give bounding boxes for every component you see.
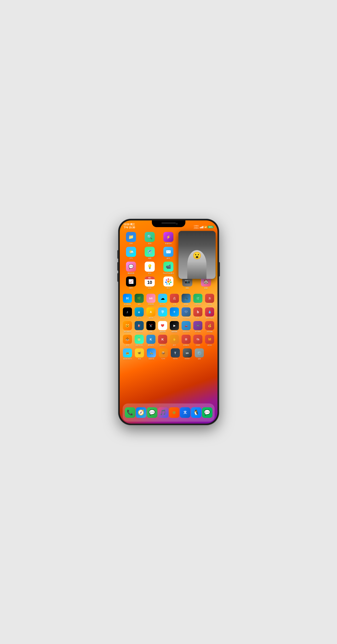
phone-screen: 11/10 周三 下午 15:30 ↑1KB/s ↓0KB/s 📶 [120,220,218,424]
dock-app-mi[interactable]: ✳️ [168,407,180,418]
dock-app-wechat[interactable]: 💬 [202,407,213,418]
app-mail[interactable]: ✉️ 邮件 [162,247,174,260]
dock-app-phone[interactable]: 📞 [124,407,136,418]
app-kuwo[interactable]: K 酷我音乐 [157,335,168,346]
network-speed: ↑1KB/s ↓0KB/s [193,225,198,229]
app-meituan[interactable]: 🦋 美团 [134,348,145,360]
apps-row-5: H 家居极速版 🌿 谜塔 bili 哔哩哔哩 ☁ 彩云天气 [122,294,216,306]
home-screen: 11/10 周三 下午 15:30 ↑1KB/s ↓0KB/s 📶 [120,220,218,424]
app-bilibili[interactable]: bili 哔哩哔哩 [146,294,156,306]
app-mita[interactable]: 🌿 谜塔 [134,294,144,306]
phone-device: 11/10 周三 下午 15:30 ↑1KB/s ↓0KB/s 📶 [118,219,219,425]
app-calendar[interactable]: 周三 10 日历 [144,276,156,290]
app-english-listening[interactable]: 📻 扇贝英语听力 [122,348,133,360]
app-screen-recorder[interactable]: ⊞ 录屏幕壳 [181,335,191,346]
app-meituan-delivery[interactable]: 🛵 美团外卖 [146,348,157,360]
app-maidan[interactable]: 🛍 买单吧 [192,335,203,346]
app-traffic12123[interactable]: 🚗 交管12123 [181,321,191,333]
app-caiyun[interactable]: ☁ 彩云天气 [157,294,168,306]
app-maps[interactable]: 🗺️ 地图 [144,247,156,260]
app-jd-hot[interactable]: 东 东京热 [204,294,215,306]
app-facetime[interactable]: 📹 FaceTime通话 [162,262,174,274]
app-health-video[interactable]: ▶ 健康视频 [169,321,180,333]
app-capcut[interactable]: ✂️ 剪映 [146,321,156,333]
svg-point-4 [168,283,170,284]
status-clock: 下午 15:30 [124,226,135,229]
wifi-icon: 📶 [204,226,207,228]
svg-point-5 [166,283,168,284]
app-uncover[interactable]: uo unc0ver [182,348,192,360]
app-weather[interactable]: 🌤️ 天气 [125,247,137,260]
video-content: 《一支烟》 加长版 😮 [178,231,216,279]
apps-row-7: 🐱 加菲漫影院 ⛽ 加油中石化 ✂️ 剪映 ❤️ 健康理康 [122,321,216,333]
status-right: ↑1KB/s ↓0KB/s 📶 66% [193,225,214,229]
svg-point-7 [166,279,167,281]
app-jiaju[interactable]: H 家居极速版 [122,294,133,306]
app-stocks[interactable]: 📈 股市 [125,276,137,290]
status-date: 11/10 周三 [124,223,135,226]
apps-row-6: ♪ 抖音 e 饿了么 A 懂车帝 字 翻译器 [122,308,216,319]
app-taurine[interactable]: T Taurine [170,348,180,360]
svg-point-1 [168,278,169,280]
app-eleme[interactable]: e 饿了么 [134,308,144,319]
app-tvhome[interactable]: 📺 电视家 [181,294,191,306]
app-diantao[interactable]: 点 点淘 [169,294,180,306]
svg-point-0 [167,280,170,283]
app-kuaishou[interactable]: ✋ 快手 [169,335,180,346]
notch [152,220,186,227]
app-translator[interactable]: 字 翻译器 [157,308,168,319]
svg-point-2 [170,279,171,281]
app-cydia[interactable]: 📦 Cydia [158,348,168,360]
app-gaofei[interactable]: 🐱 加菲漫影院 [122,321,133,333]
app-lizheng[interactable]: 🍈 荔枝导向机 [134,335,144,346]
dock-app-qq[interactable]: 🐧 [191,407,202,418]
status-time: 11/10 周三 下午 15:30 [124,223,135,229]
app-photos[interactable]: 照片 [162,276,174,290]
app-find[interactable]: 🔍 查找 [144,232,156,245]
app-shortcuts[interactable]: ⚡ 快捷指令 [162,232,174,245]
app-ipa[interactable]: 💧 极客IPA提包 [204,308,215,319]
app-tiktok[interactable]: ♪ 抖音 [122,308,133,319]
dock-app-music[interactable]: 🎵 [158,407,168,418]
app-dongchedi[interactable]: A 懂车帝 [146,308,156,319]
dock: 📞 🧭 💬 🎵 [123,404,214,422]
dock-app-messages[interactable]: 💬 [146,407,158,418]
app-kugou[interactable]: K 酷狗音乐 [146,335,156,346]
svg-point-6 [165,282,167,283]
dock-app-alipay[interactable]: 支 [180,407,191,418]
app-health-care[interactable]: ❤️ 健康理康 [157,321,168,333]
app-redbean[interactable]: b 红豆 [192,308,203,319]
video-popup[interactable]: 《一支烟》 加长版 😮 [178,231,216,279]
app-flomo[interactable]: 💬 懒推堆堆 [125,262,137,274]
dock-app-safari[interactable]: 🧭 [136,407,146,418]
app-tiger-record[interactable]: 🐯 录屏 [122,335,133,346]
app-personal-tax[interactable]: 🛡 个人所得税 [181,308,191,319]
app-gaode[interactable]: ✈ 友德地图 [169,308,180,319]
svg-point-3 [170,282,172,283]
battery-indicator: 66% [208,226,214,228]
app-mcdonalds[interactable]: M 麦当劳 [204,335,215,346]
app-reminder[interactable]: 💡 提示 [144,262,156,274]
apps-row-8: 🐯 录屏 🍈 荔枝导向机 K 酷狗音乐 K 酷我音乐 [122,335,216,346]
signal-bars [200,226,203,228]
app-sinopec[interactable]: ⛽ 加油中石化 [134,321,144,333]
apps-row-9: 📻 扇贝英语听力 🦋 美团 🛵 美团外卖 📦 Cydia [122,348,216,360]
app-subscribe[interactable]: 订 订阅号助手 [192,294,203,306]
app-peace-elite[interactable]: 🎮 和平精英 [192,321,203,333]
app-jd-finance[interactable]: 💰 京东金融 [204,321,215,333]
app-files[interactable]: 📁 文件 [125,232,137,245]
app-settings[interactable]: ⚙️ 设置 [194,348,204,360]
